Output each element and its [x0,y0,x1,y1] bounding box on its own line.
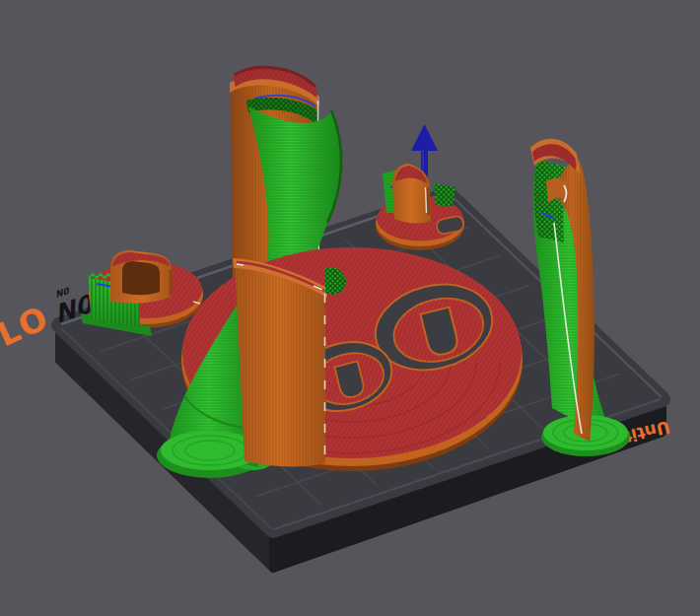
seam-line [426,187,427,213]
slicer-viewport[interactable]: N0 N0 LO Untitled [0,0,700,616]
scene-3d[interactable]: N0 N0 LO Untitled [0,0,700,616]
tab-loop-hole [122,261,160,295]
tab-shadow-edge [428,187,429,215]
